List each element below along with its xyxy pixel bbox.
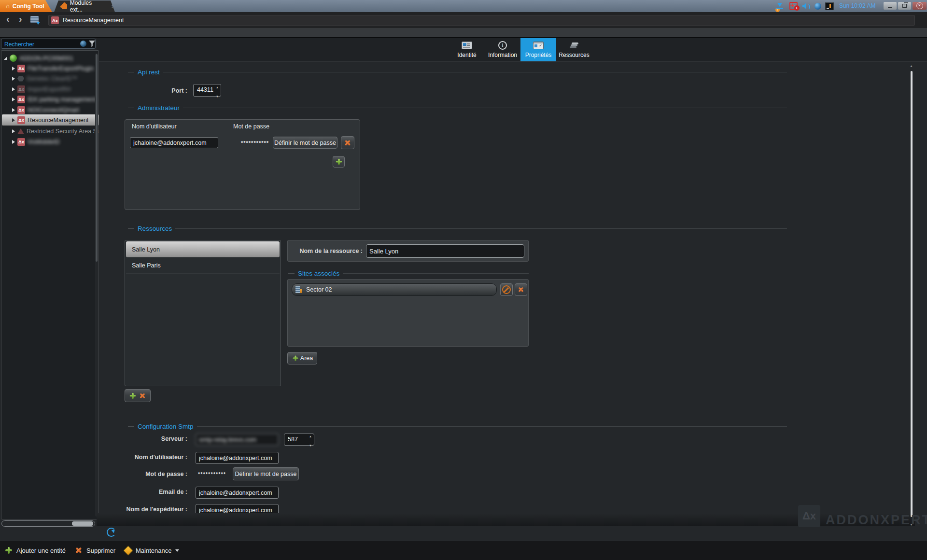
search-input[interactable] <box>3 40 78 49</box>
expander-icon[interactable] <box>12 129 15 133</box>
site-remove-button[interactable] <box>515 283 527 296</box>
section-line <box>343 273 529 274</box>
resource-add-remove-buttons[interactable] <box>125 389 151 402</box>
add-entity-button[interactable]: Ajouter une entité <box>5 545 66 556</box>
scrollbar-thumb[interactable] <box>911 71 913 517</box>
tab-proprietes[interactable]: Propriétés <box>520 38 556 61</box>
delete-x-icon <box>75 546 83 554</box>
report-icon[interactable] <box>30 16 39 23</box>
expander-expanded-icon[interactable] <box>4 56 7 60</box>
health-badge: 1 <box>794 5 800 11</box>
smtp-server-label: Serveur : <box>91 435 187 442</box>
add-area-button[interactable]: Area <box>287 352 317 364</box>
smtp-port-value: 587 <box>284 434 307 445</box>
column-username: Nom d'utilisateur <box>132 123 177 130</box>
admin-set-password-button[interactable]: Définir le mot de passe <box>273 137 337 149</box>
tree-item-label: NOIConnectIQmart <box>28 107 79 113</box>
config-tool-tab[interactable]: Config Tool <box>0 0 52 12</box>
breadcrumb[interactable]: ResourceManagement <box>48 15 915 26</box>
tab-ressources[interactable]: Ressources <box>556 38 592 61</box>
resource-item-label: Salle Paris <box>132 262 161 269</box>
expander-icon[interactable] <box>12 108 15 112</box>
site-clear-button[interactable] <box>500 283 513 296</box>
download-tray-icon[interactable]: ! <box>774 1 785 11</box>
scrollbar-thumb[interactable] <box>72 521 93 526</box>
back-button[interactable]: ‹ <box>6 14 10 25</box>
admin-username-input[interactable] <box>130 137 218 148</box>
expander-icon[interactable] <box>12 77 15 81</box>
tree-item-plugin[interactable]: NOIConnectIQmart <box>2 105 98 115</box>
resource-list-item[interactable]: Salle Paris <box>126 258 280 274</box>
language-icon <box>825 2 834 10</box>
spinner-up-icon[interactable] <box>309 431 312 439</box>
tree-item-server[interactable]: ADDON-PC00M001 <box>2 53 98 63</box>
section-title: Api rest <box>138 69 160 76</box>
smtp-set-password-button[interactable]: Définir le mot de passe <box>233 467 299 480</box>
site-field[interactable]: Sector 02 <box>292 283 497 296</box>
expander-icon[interactable] <box>12 67 15 70</box>
smtp-port-spinner[interactable]: 587 <box>284 434 314 446</box>
modules-tab[interactable]: Modules ext... <box>54 0 115 12</box>
smtp-user-input[interactable] <box>196 452 279 464</box>
admin-add-user-button[interactable] <box>333 156 345 168</box>
forward-button[interactable]: › <box>19 14 22 25</box>
download-icon: ! <box>776 2 784 10</box>
tab-identite[interactable]: Identité <box>449 38 485 61</box>
plus-icon[interactable] <box>129 392 136 399</box>
volume-tray-icon[interactable] <box>801 1 811 11</box>
main-vertical-scrollbar[interactable] <box>910 64 913 526</box>
refresh-icon[interactable] <box>107 528 116 537</box>
restore-button[interactable] <box>898 2 911 10</box>
spinner-down-icon[interactable] <box>309 440 312 448</box>
scrollbar-thumb[interactable] <box>96 54 98 262</box>
tree-item-plugin[interactable]: FileTransferExportPlugin <box>2 63 98 73</box>
maintenance-button[interactable]: Maintenance <box>125 545 179 556</box>
port-spinner[interactable]: 44311 <box>193 84 221 97</box>
delete-x-icon[interactable] <box>139 392 146 399</box>
expander-icon[interactable] <box>12 140 15 144</box>
minimize-button[interactable] <box>884 2 897 10</box>
expander-icon[interactable] <box>12 98 15 101</box>
close-button[interactable] <box>913 2 927 10</box>
spinner-down-icon[interactable] <box>216 91 219 99</box>
plugin-ax-icon <box>17 65 25 72</box>
resource-name-input[interactable] <box>366 244 524 258</box>
tree-item-plugin[interactable]: Genetec ClearID™ <box>2 73 98 84</box>
tree-vertical-scrollbar[interactable] <box>95 53 98 517</box>
spinner-up-icon[interactable] <box>216 82 219 90</box>
tab-proprietes-label: Propriétés <box>525 52 552 58</box>
minimize-icon <box>888 7 892 8</box>
health-tray-icon[interactable]: 1 <box>788 1 799 11</box>
tab-information[interactable]: Information <box>485 38 520 61</box>
filter-icon[interactable] <box>89 41 95 47</box>
clear-search-icon[interactable] <box>80 41 86 47</box>
section-line <box>183 108 787 108</box>
tree-item-plugin[interactable]: VisMobileID <box>2 137 98 147</box>
scroll-up-icon[interactable] <box>910 64 913 68</box>
tree-item-plugin[interactable]: ImportExportRH <box>2 84 98 94</box>
content-bottom-band <box>97 513 915 526</box>
admin-password-mask: *********** <box>241 140 269 146</box>
spinner-arrows[interactable] <box>307 434 314 445</box>
spinner-arrows[interactable] <box>214 84 221 96</box>
delete-button[interactable]: Supprimer <box>75 545 115 556</box>
close-tab-icon[interactable] <box>111 3 115 10</box>
plugin-ax-icon <box>17 106 25 114</box>
maintenance-diamond-icon <box>123 545 133 555</box>
network-tray-icon[interactable] <box>813 1 823 11</box>
delete-label: Supprimer <box>86 547 115 554</box>
section-api-rest: Api rest <box>128 68 787 76</box>
expander-icon[interactable] <box>12 87 15 91</box>
expander-icon[interactable] <box>12 118 15 122</box>
tree-item-resourcemanagement[interactable]: ResourceManagement <box>2 114 98 126</box>
admin-remove-user-button[interactable] <box>341 136 354 149</box>
resource-list-item-selected[interactable]: Salle Lyon <box>126 241 280 257</box>
smtp-email-input[interactable] <box>196 487 279 499</box>
tree-item-restricted-security-area[interactable]: Restricted Security Area Surveillance <box>2 126 98 136</box>
set-password-label: Définir le mot de passe <box>274 140 336 146</box>
smtp-server-input[interactable] <box>196 434 279 446</box>
language-tray-icon[interactable] <box>825 1 834 11</box>
section-line <box>163 72 787 72</box>
tree-item-plugin[interactable]: IDX parking management <box>2 94 98 104</box>
maintenance-label: Maintenance <box>136 547 171 554</box>
